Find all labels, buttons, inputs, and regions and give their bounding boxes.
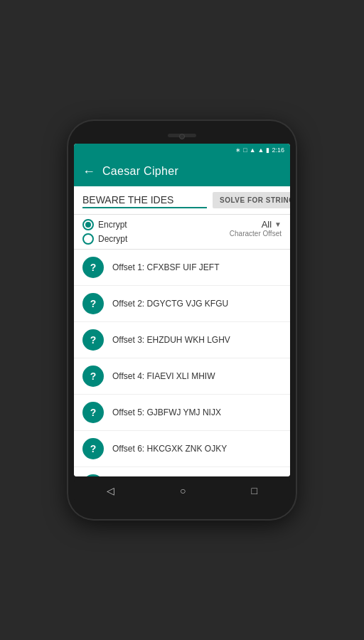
question-icon: ?: [82, 329, 104, 351]
result-text: Offset 1: CFXBSF UIF JEFT: [112, 262, 219, 272]
result-text: Offset 6: HKCGXK ZNK OJKY: [112, 444, 227, 454]
result-text: Offset 2: DGYCTG VJG KFGU: [112, 299, 228, 309]
wifi-icon: ▲: [258, 146, 264, 154]
back-button[interactable]: ←: [82, 164, 95, 179]
bluetooth-icon: ∗: [235, 146, 241, 154]
table-row[interactable]: ? Offset 4: FIAEVI XLI MHIW: [74, 358, 290, 395]
time-display: 2:16: [272, 146, 284, 154]
table-row[interactable]: ? Offset 1: CFXBSF UIF JEFT: [74, 250, 290, 286]
dropdown-value: All: [262, 219, 272, 230]
question-icon: ?: [82, 474, 104, 476]
result-text: Offset 5: GJBFWJ YMJ NIJX: [112, 407, 221, 417]
status-bar: ∗ □ ▲ ▲ ▮ 2:16: [74, 144, 290, 156]
phone-frame: ∗ □ ▲ ▲ ▮ 2:16 ← Caesar Cipher SOLVE FOR…: [68, 121, 296, 519]
encrypt-option[interactable]: Encrypt: [82, 219, 127, 230]
question-icon: ?: [82, 402, 104, 423]
phone-top: [74, 129, 290, 144]
phone-screen: ∗ □ ▲ ▲ ▮ 2:16 ← Caesar Cipher SOLVE FOR…: [74, 144, 290, 476]
question-icon: ?: [82, 257, 104, 278]
offset-dropdown-area: All ▼ Character Offset: [230, 219, 282, 238]
nav-bar: ◁ ○ □: [74, 479, 290, 502]
status-icons: ∗ □ ▲ ▲ ▮ 2:16: [235, 146, 284, 154]
nfc-icon: □: [243, 146, 247, 154]
app-toolbar: ← Caesar Cipher: [74, 156, 290, 186]
phone-bottom: [74, 502, 290, 511]
results-list: ? Offset 1: CFXBSF UIF JEFT ? Offset 2: …: [74, 250, 290, 476]
cipher-input[interactable]: [82, 193, 207, 208]
recents-nav-icon[interactable]: □: [252, 485, 257, 496]
toolbar-title: Caesar Cipher: [102, 165, 178, 178]
table-row[interactable]: ? Offset 2: DGYCTG VJG KFGU: [74, 286, 290, 322]
encrypt-radio[interactable]: [82, 219, 94, 230]
offset-dropdown[interactable]: All ▼: [262, 219, 282, 230]
result-text: Offset 4: FIAEVI XLI MHIW: [112, 371, 215, 381]
question-icon: ?: [82, 366, 104, 387]
battery-icon: ▮: [266, 146, 269, 154]
solve-button[interactable]: SOLVE FOR STRING: [213, 192, 290, 208]
table-row[interactable]: ? Offset 7: ILDHYL AOL PKLZ: [74, 467, 290, 476]
options-row: Encrypt Decrypt All ▼ Character Offset: [74, 215, 290, 250]
result-text: Offset 3: EHZDUH WKH LGHV: [112, 335, 230, 345]
input-row: SOLVE FOR STRING: [74, 186, 290, 215]
question-icon: ?: [82, 293, 104, 314]
dropdown-sublabel: Character Offset: [230, 230, 282, 238]
mode-radio-group: Encrypt Decrypt: [82, 219, 127, 245]
phone-camera: [179, 134, 185, 139]
table-row[interactable]: ? Offset 5: GJBFWJ YMJ NIJX: [74, 395, 290, 431]
main-content: SOLVE FOR STRING Encrypt Decrypt A: [74, 186, 290, 476]
decrypt-label: Decrypt: [98, 234, 127, 244]
decrypt-option[interactable]: Decrypt: [82, 233, 127, 245]
home-nav-icon[interactable]: ○: [180, 485, 186, 496]
table-row[interactable]: ? Offset 6: HKCGXK ZNK OJKY: [74, 431, 290, 467]
question-icon: ?: [82, 438, 104, 459]
encrypt-label: Encrypt: [98, 220, 127, 230]
chevron-down-icon: ▼: [274, 220, 282, 228]
back-nav-icon[interactable]: ◁: [107, 485, 114, 496]
table-row[interactable]: ? Offset 3: EHZDUH WKH LGHV: [74, 322, 290, 358]
signal-icon: ▲: [250, 146, 256, 154]
decrypt-radio[interactable]: [82, 233, 94, 245]
